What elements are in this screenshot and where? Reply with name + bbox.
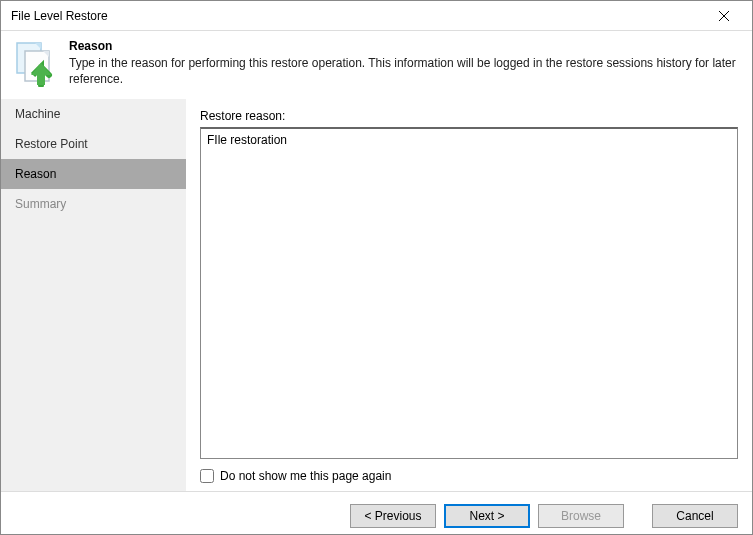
next-button[interactable]: Next > [444,504,530,528]
suppress-page-row[interactable]: Do not show me this page again [200,469,738,483]
close-button[interactable] [704,2,744,30]
titlebar: File Level Restore [1,1,752,31]
suppress-page-label: Do not show me this page again [220,469,391,483]
reason-label: Restore reason: [200,109,738,123]
wizard-main: Restore reason: Do not show me this page… [186,99,752,491]
previous-button[interactable]: < Previous [350,504,436,528]
sidebar-item-machine[interactable]: Machine [1,99,186,129]
close-icon [719,11,729,21]
window-title: File Level Restore [11,9,108,23]
header-text: Reason Type in the reason for performing… [69,39,742,87]
wizard-footer: < Previous Next > Browse Cancel [1,491,752,535]
wizard-content: Machine Restore Point Reason Summary Res… [1,99,752,491]
browse-button: Browse [538,504,624,528]
suppress-page-checkbox[interactable] [200,469,214,483]
restore-icon [11,39,59,87]
sidebar-item-summary: Summary [1,189,186,219]
cancel-button[interactable]: Cancel [652,504,738,528]
sidebar-item-reason[interactable]: Reason [1,159,186,189]
wizard-header: Reason Type in the reason for performing… [1,31,752,99]
reason-textarea[interactable] [200,127,738,459]
sidebar-item-restore-point[interactable]: Restore Point [1,129,186,159]
wizard-sidebar: Machine Restore Point Reason Summary [1,99,186,491]
header-title: Reason [69,39,742,53]
header-description: Type in the reason for performing this r… [69,55,742,87]
